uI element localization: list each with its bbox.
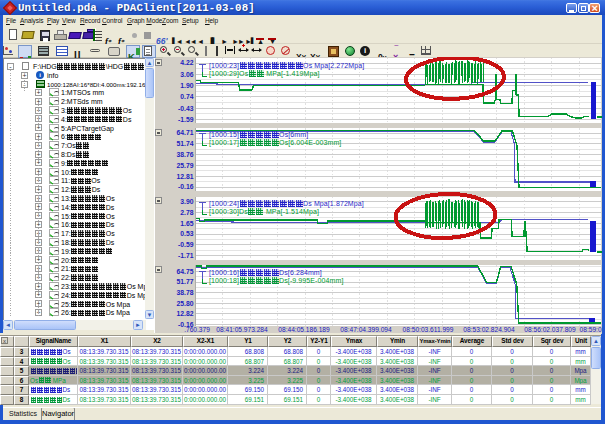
- svg-text:51.74: 51.74: [176, 140, 193, 147]
- svg-text:08:53:02.824.904: 08:53:02.824.904: [463, 326, 515, 333]
- svg-text:08:41:05.973.284: 08:41:05.973.284: [216, 326, 268, 333]
- svg-text:0.53: 0.53: [180, 230, 193, 237]
- svg-text:08:47:04.399.094: 08:47:04.399.094: [340, 326, 392, 333]
- svg-text:51.77: 51.77: [176, 278, 193, 285]
- svg-text:.760.379: .760.379: [184, 326, 210, 333]
- svg-text:08:50:03.611.999: 08:50:03.611.999: [403, 326, 454, 333]
- svg-text:-1.59: -1.59: [178, 116, 194, 123]
- svg-text:12.81: 12.81: [176, 173, 193, 180]
- svg-text:2.78: 2.78: [180, 209, 193, 216]
- svg-text:1.65: 1.65: [180, 220, 193, 227]
- svg-text:38.76: 38.76: [176, 151, 193, 158]
- svg-text:25.79: 25.79: [176, 162, 193, 169]
- svg-text:0.74: 0.74: [180, 93, 193, 100]
- svg-text:38.78: 38.78: [176, 289, 193, 296]
- svg-text:08:59:01.25: 08:59:01.25: [580, 326, 602, 333]
- svg-text:-0.16: -0.16: [178, 183, 194, 190]
- svg-text:64.71: 64.71: [176, 129, 193, 136]
- svg-text:4.22: 4.22: [180, 59, 193, 66]
- svg-text:-0.59: -0.59: [178, 241, 194, 248]
- svg-text:1.90: 1.90: [180, 82, 193, 89]
- svg-text:08:56:02.037.809: 08:56:02.037.809: [524, 326, 576, 333]
- svg-text:3.06: 3.06: [180, 71, 193, 78]
- svg-text:-0.43: -0.43: [178, 105, 194, 112]
- svg-text:25.80: 25.80: [176, 300, 193, 307]
- svg-text:12.82: 12.82: [176, 310, 193, 317]
- svg-text:08:44:05.186.189: 08:44:05.186.189: [278, 326, 330, 333]
- svg-text:64.75: 64.75: [176, 268, 193, 275]
- svg-text:-1.71: -1.71: [178, 252, 194, 259]
- svg-text:3.90: 3.90: [180, 198, 193, 205]
